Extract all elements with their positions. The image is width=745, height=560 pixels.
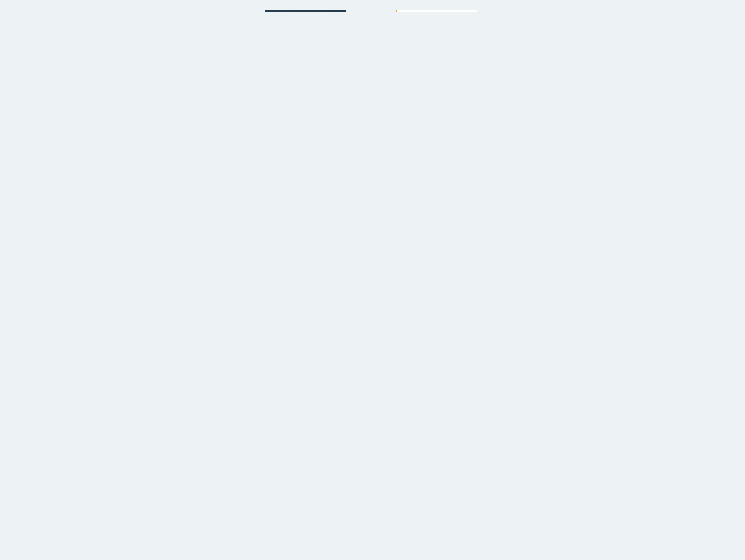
status-bar: 08:45 <box>397 10 477 12</box>
miniapp-center-screen: 08:45 M <box>396 10 477 12</box>
wallpaper-area: 1:49 PM ▭ • <box>265 10 346 12</box>
home-screen: 1:49 PM ▭ • <box>265 10 346 12</box>
